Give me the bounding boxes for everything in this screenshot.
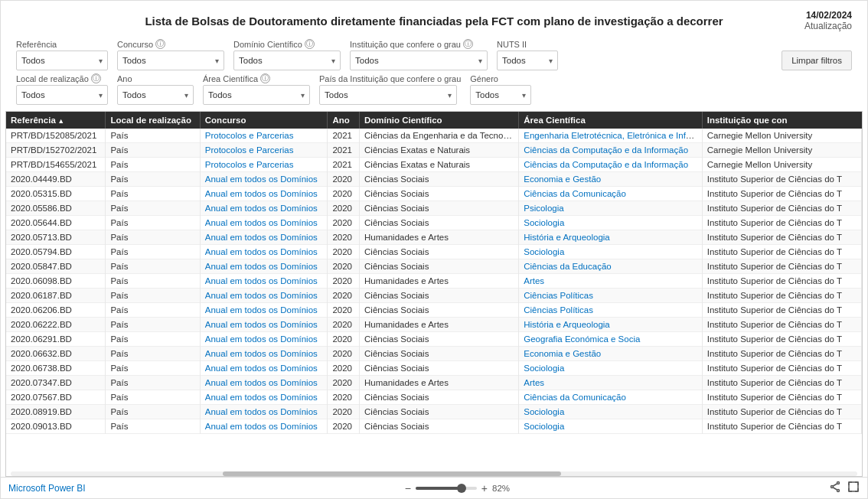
expand-icon[interactable] — [847, 481, 860, 495]
cell-area[interactable]: Ciências da Educação — [519, 259, 702, 274]
powerbi-link[interactable]: Microsoft Power BI — [8, 483, 86, 494]
cell-area[interactable]: Psicologia — [519, 201, 702, 216]
cell-area[interactable]: Economia e Gestão — [519, 347, 702, 361]
info-icon[interactable]: ⓘ — [260, 73, 270, 83]
cell-area[interactable]: Artes — [519, 376, 702, 390]
zoom-control: − + 82% — [405, 482, 510, 494]
cell-dominio: Ciências Sociais — [360, 201, 519, 216]
filter-dominio-select[interactable]: Todos ▾ — [233, 51, 341, 70]
cell-concurso[interactable]: Anual em todos os Domínios — [200, 259, 328, 274]
table-row[interactable]: 2020.07567.BDPaísAnual em todos os Domín… — [6, 390, 862, 405]
table-scroll-wrapper[interactable]: Referência Local de realização Concurso … — [6, 112, 862, 471]
table-row[interactable]: 2020.05794.BDPaísAnual em todos os Domín… — [6, 245, 862, 259]
table-row[interactable]: PRT/BD/152702/2021PaísProtocolos e Parce… — [6, 143, 862, 158]
info-icon[interactable]: ⓘ — [305, 39, 315, 49]
table-row[interactable]: 2020.06206.BDPaísAnual em todos os Domín… — [6, 303, 862, 318]
table-row[interactable]: 2020.06291.BDPaísAnual em todos os Domín… — [6, 332, 862, 347]
cell-area[interactable]: Ciências da Comunicação — [519, 390, 702, 405]
cell-area[interactable]: História e Arqueologia — [519, 318, 702, 332]
zoom-slider[interactable] — [416, 487, 477, 490]
cell-area[interactable]: Ciências da Computação e da Informação — [519, 158, 702, 172]
table-row[interactable]: 2020.06738.BDPaísAnual em todos os Domín… — [6, 361, 862, 376]
cell-area[interactable]: Sociologia — [519, 405, 702, 419]
filter-local-select[interactable]: Todos ▾ — [16, 85, 108, 105]
filter-referencia-label: Referência — [16, 40, 108, 49]
filter-area-select[interactable]: Todos ▾ — [203, 85, 310, 105]
horizontal-scrollbar[interactable] — [11, 471, 857, 476]
cell-ano: 2020 — [328, 332, 360, 347]
cell-concurso[interactable]: Anual em todos os Domínios — [200, 419, 328, 434]
cell-concurso[interactable]: Anual em todos os Domínios — [200, 289, 328, 303]
cell-area[interactable]: Ciências Políticas — [519, 289, 702, 303]
table-row[interactable]: 2020.06632.BDPaísAnual em todos os Domín… — [6, 347, 862, 361]
col-header-instituicao[interactable]: Instituição que con — [702, 112, 861, 129]
cell-area[interactable]: Sociologia — [519, 216, 702, 230]
cell-area[interactable]: Geografia Económica e Socia — [519, 332, 702, 347]
cell-concurso[interactable]: Anual em todos os Domínios — [200, 201, 328, 216]
zoom-minus-button[interactable]: − — [405, 482, 411, 494]
col-header-area[interactable]: Área Científica — [519, 112, 702, 129]
cell-concurso[interactable]: Anual em todos os Domínios — [200, 347, 328, 361]
cell-concurso[interactable]: Anual em todos os Domínios — [200, 361, 328, 376]
cell-concurso[interactable]: Anual em todos os Domínios — [200, 274, 328, 289]
cell-concurso[interactable]: Anual em todos os Domínios — [200, 405, 328, 419]
cell-area[interactable]: Sociologia — [519, 361, 702, 376]
cell-concurso[interactable]: Anual em todos os Domínios — [200, 187, 328, 201]
info-icon[interactable]: ⓘ — [91, 73, 101, 83]
table-row[interactable]: 2020.04449.BDPaísAnual em todos os Domín… — [6, 172, 862, 187]
col-header-local[interactable]: Local de realização — [106, 112, 200, 129]
table-row[interactable]: 2020.06098.BDPaísAnual em todos os Domín… — [6, 274, 862, 289]
filter-genero-select[interactable]: Todos ▾ — [470, 85, 531, 105]
filter-concurso-select[interactable]: Todos ▾ — [117, 51, 224, 70]
filter-pais-select[interactable]: Todos ▾ — [319, 85, 457, 105]
cell-ano: 2020 — [328, 318, 360, 332]
cell-area[interactable]: Engenharia Eletrotécnica, Eletrónica e I… — [519, 129, 702, 143]
filter-nuts-select[interactable]: Todos ▾ — [497, 51, 558, 70]
cell-concurso[interactable]: Anual em todos os Domínios — [200, 172, 328, 187]
filter-instituicao-select[interactable]: Todos ▾ — [350, 51, 488, 70]
table-row[interactable]: PRT/BD/152085/2021PaísProtocolos e Parce… — [6, 129, 862, 143]
table-row[interactable]: 2020.05847.BDPaísAnual em todos os Domín… — [6, 259, 862, 274]
cell-area[interactable]: Ciências da Comunicação — [519, 187, 702, 201]
zoom-plus-button[interactable]: + — [481, 482, 488, 494]
table-row[interactable]: 2020.06222.BDPaísAnual em todos os Domín… — [6, 318, 862, 332]
cell-area[interactable]: Ciências da Computação e da Informação — [519, 143, 702, 158]
cell-concurso[interactable]: Anual em todos os Domínios — [200, 318, 328, 332]
cell-concurso[interactable]: Anual em todos os Domínios — [200, 216, 328, 230]
cell-area[interactable]: Artes — [519, 274, 702, 289]
cell-area[interactable]: Sociologia — [519, 419, 702, 434]
cell-concurso[interactable]: Anual em todos os Domínios — [200, 390, 328, 405]
cell-concurso[interactable]: Anual em todos os Domínios — [200, 303, 328, 318]
table-row[interactable]: PRT/BD/154655/2021PaísProtocolos e Parce… — [6, 158, 862, 172]
table-row[interactable]: 2020.05713.BDPaísAnual em todos os Domín… — [6, 230, 862, 245]
table-row[interactable]: 2020.05315.BDPaísAnual em todos os Domín… — [6, 187, 862, 201]
filter-ano-select[interactable]: Todos ▾ — [117, 85, 194, 105]
col-header-referencia[interactable]: Referência — [6, 112, 106, 129]
cell-area[interactable]: História e Arqueologia — [519, 230, 702, 245]
info-icon[interactable]: ⓘ — [155, 39, 165, 49]
col-header-dominio[interactable]: Domínio Científico — [360, 112, 519, 129]
table-row[interactable]: 2020.09013.BDPaísAnual em todos os Domín… — [6, 419, 862, 434]
info-icon[interactable]: ⓘ — [463, 39, 473, 49]
cell-concurso[interactable]: Anual em todos os Domínios — [200, 245, 328, 259]
share-icon[interactable] — [829, 481, 841, 495]
cell-concurso[interactable]: Protocolos e Parcerias — [200, 158, 328, 172]
clear-filters-button[interactable]: Limpar filtros — [782, 51, 852, 70]
cell-area[interactable]: Economia e Gestão — [519, 172, 702, 187]
table-row[interactable]: 2020.07347.BDPaísAnual em todos os Domín… — [6, 376, 862, 390]
cell-concurso[interactable]: Anual em todos os Domínios — [200, 332, 328, 347]
table-row[interactable]: 2020.05586.BDPaísAnual em todos os Domín… — [6, 201, 862, 216]
cell-concurso[interactable]: Anual em todos os Domínios — [200, 376, 328, 390]
cell-area[interactable]: Ciências Políticas — [519, 303, 702, 318]
cell-concurso[interactable]: Protocolos e Parcerias — [200, 143, 328, 158]
table-row[interactable]: 2020.05644.BDPaísAnual em todos os Domín… — [6, 216, 862, 230]
col-header-concurso[interactable]: Concurso — [200, 112, 328, 129]
cell-concurso[interactable]: Protocolos e Parcerias — [200, 129, 328, 143]
col-header-ano[interactable]: Ano — [328, 112, 360, 129]
cell-instituicao: Carnegie Mellon University — [702, 129, 861, 143]
cell-area[interactable]: Sociologia — [519, 245, 702, 259]
table-row[interactable]: 2020.08919.BDPaísAnual em todos os Domín… — [6, 405, 862, 419]
cell-concurso[interactable]: Anual em todos os Domínios — [200, 230, 328, 245]
table-row[interactable]: 2020.06187.BDPaísAnual em todos os Domín… — [6, 289, 862, 303]
filter-referencia-select[interactable]: Todos ▾ — [16, 51, 108, 70]
